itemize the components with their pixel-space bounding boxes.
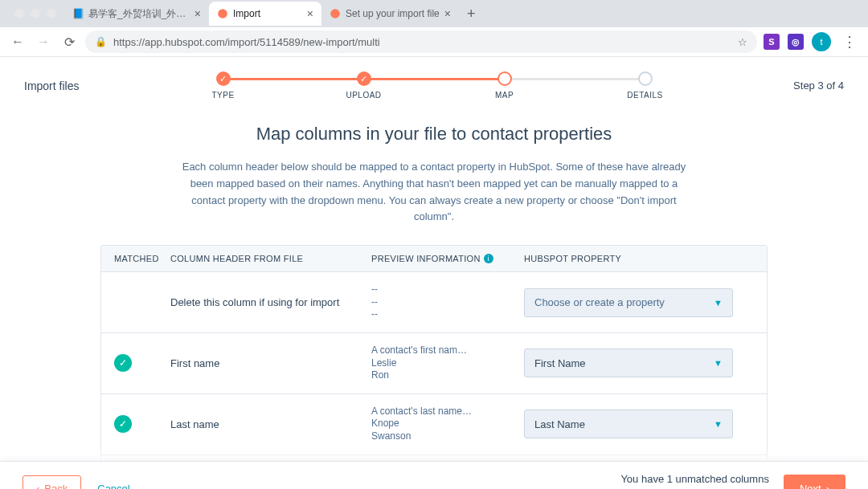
next-button[interactable]: Next › (784, 475, 845, 489)
step-type: ✓ TYPE (153, 71, 293, 100)
table-row: ✓Last nameA contact's last name…KnopeSwa… (101, 393, 767, 454)
chevron-down-icon: ▼ (714, 298, 723, 308)
back-button[interactable]: ← (8, 35, 27, 49)
chevron-right-icon: › (826, 483, 829, 489)
svg-point-0 (218, 9, 227, 18)
browser-tab-2[interactable]: Set up your import file × (321, 2, 459, 26)
browser-tab-0[interactable]: 📘 易学客_外贸培训_外贸业务培训 × (64, 2, 209, 26)
page-main: Map columns in your file to contact prop… (0, 108, 868, 489)
close-window-icon[interactable] (14, 9, 24, 18)
tab-title: 易学客_外贸培训_外贸业务培训 (88, 7, 190, 21)
tab-title: Import (233, 8, 302, 19)
menu-icon[interactable]: ⋮ (839, 33, 860, 51)
header-matched: MATCHED (114, 254, 170, 263)
address-bar[interactable]: 🔒 https://app.hubspot.com/import/5114589… (85, 31, 757, 53)
property-select[interactable]: Last Name▼ (524, 410, 733, 438)
page-description: Each column header below should be mappe… (177, 159, 691, 226)
preview-line: A contact's last name… (371, 405, 508, 418)
table-row: Delete this column if using for import--… (101, 271, 767, 332)
lock-icon: 🔒 (95, 36, 107, 47)
minimize-window-icon[interactable] (31, 9, 40, 18)
window-controls[interactable] (6, 9, 64, 18)
browser-tab-1[interactable]: Import × (209, 2, 321, 26)
cell-matched: ✓ (114, 354, 170, 372)
select-value: Choose or create a property (534, 296, 665, 308)
property-select[interactable]: Choose or create a property▼ (524, 288, 733, 317)
progress-header: Import files ✓ TYPE ✓ UPLOAD MAP DETAILS (0, 57, 868, 108)
step-counter: Step 3 of 4 (731, 79, 844, 92)
check-icon: ✓ (114, 354, 132, 372)
extension-icon[interactable]: ◎ (788, 34, 804, 50)
forward-button[interactable]: → (34, 35, 53, 49)
cell-property: Choose or create a property▼ (524, 288, 754, 317)
cell-property: Last Name▼ (524, 410, 754, 438)
cell-preview: A contact's last name…KnopeSwanson (371, 405, 524, 443)
cell-column-header: First name (170, 357, 371, 369)
cell-matched: ✓ (114, 415, 170, 433)
chevron-down-icon: ▼ (714, 358, 723, 368)
cell-column-header: Last name (170, 418, 371, 430)
check-icon: ✓ (114, 415, 132, 433)
check-icon: ✓ (360, 74, 367, 84)
extension-icon[interactable]: S (764, 34, 780, 50)
cell-preview: A contact's first nam…LeslieRon (371, 344, 524, 382)
preview-line: A contact's first nam… (371, 344, 508, 357)
chevron-down-icon: ▼ (714, 419, 723, 429)
close-tab-icon[interactable]: × (194, 7, 201, 20)
preview-line: Knope (371, 418, 508, 430)
url-text: https://app.hubspot.com/import/5114589/n… (113, 36, 731, 48)
extension-icons: S ◎ t ⋮ (764, 32, 860, 51)
favicon-icon: 📘 (72, 8, 84, 19)
close-tab-icon[interactable]: × (444, 7, 451, 20)
star-icon[interactable]: ☆ (738, 36, 747, 48)
footer-right: You have 1 unmatched columns ✓ Don't imp… (563, 473, 769, 489)
mapping-table: MATCHED COLUMN HEADER FROM FILE PREVIEW … (100, 245, 768, 489)
preview-line: Ron (371, 369, 508, 382)
check-icon: ✓ (219, 74, 227, 84)
hubspot-icon (330, 8, 341, 19)
close-tab-icon[interactable]: × (307, 7, 313, 20)
page-title: Map columns in your file to contact prop… (0, 124, 868, 145)
preview-line: -- (371, 296, 508, 309)
preview-line: -- (371, 308, 508, 321)
profile-avatar[interactable]: t (812, 32, 831, 51)
step-upload: ✓ UPLOAD (293, 71, 434, 100)
cancel-button[interactable]: Cancel (97, 483, 129, 489)
cell-column-header: Delete this column if using for import (170, 296, 371, 308)
cell-preview: ------ (371, 283, 524, 321)
select-value: First Name (534, 357, 586, 369)
preview-line: Leslie (371, 357, 508, 370)
tab-title: Set up your import file (346, 8, 440, 19)
step-map: MAP (434, 71, 575, 100)
chevron-left-icon: ‹ (36, 483, 39, 489)
table-header-row: MATCHED COLUMN HEADER FROM FILE PREVIEW … (101, 246, 767, 271)
stepper: ✓ TYPE ✓ UPLOAD MAP DETAILS (137, 71, 731, 100)
reload-button[interactable]: ⟳ (59, 35, 79, 50)
maximize-window-icon[interactable] (47, 9, 56, 18)
property-select[interactable]: First Name▼ (524, 348, 733, 377)
new-tab-button[interactable]: + (459, 6, 484, 22)
page-context-label: Import files (24, 79, 137, 92)
info-icon[interactable]: i (484, 254, 493, 263)
back-button[interactable]: ‹ Back (23, 475, 81, 489)
cell-property: First Name▼ (524, 348, 754, 377)
header-column: COLUMN HEADER FROM FILE (170, 254, 371, 263)
browser-toolbar: ← → ⟳ 🔒 https://app.hubspot.com/import/5… (0, 27, 868, 56)
header-preview: PREVIEW INFORMATION i (371, 254, 524, 263)
select-value: Last Name (534, 418, 585, 430)
svg-point-1 (330, 9, 340, 18)
app-content: Import files ✓ TYPE ✓ UPLOAD MAP DETAILS (0, 57, 868, 489)
table-row: ✓First nameA contact's first nam…LeslieR… (101, 332, 767, 393)
step-details: DETAILS (575, 71, 715, 100)
unmatched-warning: You have 1 unmatched columns (563, 473, 769, 485)
preview-line: -- (371, 283, 508, 296)
browser-chrome: 📘 易学客_外贸培训_外贸业务培训 × Import × Set up your… (0, 0, 868, 57)
preview-line: Swanson (371, 430, 508, 443)
header-property: HUBSPOT PROPERTY (524, 254, 754, 263)
hubspot-icon (217, 8, 228, 19)
footer-bar: ‹ Back Cancel You have 1 unmatched colum… (0, 461, 868, 489)
tab-strip: 📘 易学客_外贸培训_外贸业务培训 × Import × Set up your… (0, 0, 868, 27)
